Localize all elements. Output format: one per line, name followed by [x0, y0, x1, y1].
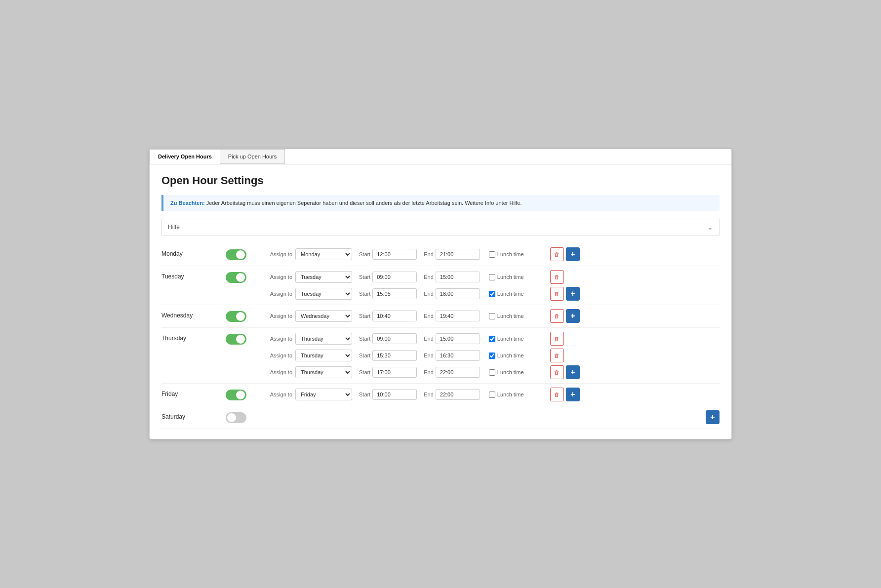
day-name-tuesday: Tuesday [161, 270, 226, 280]
toggle-saturday[interactable] [226, 412, 246, 423]
hilfe-bar[interactable]: Hilfe ⌄ [161, 219, 720, 235]
end-label: End [424, 274, 434, 280]
delete-slot-tuesday-1[interactable]: 🗑 [550, 287, 564, 301]
start-input-tuesday-1[interactable] [372, 288, 417, 299]
day-name-saturday: Saturday [161, 410, 226, 420]
notice-box: Zu Beachten: Jeder Arbeitstag muss einen… [161, 195, 720, 211]
add-slot-tuesday[interactable]: + [566, 287, 580, 301]
assign-select-friday-0[interactable]: MondayTuesdayWednesdayThursdayFridaySatu… [295, 389, 352, 400]
assign-select-wednesday-0[interactable]: MondayTuesdayWednesdayThursdayFridaySatu… [295, 310, 352, 322]
end-label: End [424, 313, 434, 319]
start-input-monday-0[interactable] [372, 249, 417, 260]
end-input-thursday-1[interactable] [436, 350, 480, 361]
slot-row: Assign toMondayTuesdayWednesdayThursdayF… [265, 388, 720, 401]
start-label: Start [359, 369, 370, 375]
assign-to-label: Assign to [265, 274, 292, 280]
end-input-tuesday-0[interactable] [436, 272, 480, 282]
slot-row: Assign toMondayTuesdayWednesdayThursdayF… [265, 332, 720, 346]
notice-prefix: Zu Beachten: [170, 200, 205, 206]
delete-slot-thursday-0[interactable]: 🗑 [550, 332, 564, 346]
day-row-thursday: ThursdayAssign toMondayTuesdayWednesdayT… [161, 328, 720, 384]
lunch-time-label: Lunch time [497, 336, 524, 342]
lunch-checkbox-wednesday-0[interactable] [489, 313, 495, 319]
add-slot-thursday[interactable]: + [566, 365, 580, 379]
start-label: Start [359, 313, 370, 319]
assign-select-tuesday-1[interactable]: MondayTuesdayWednesdayThursdayFridaySatu… [295, 288, 352, 300]
day-name-thursday: Thursday [161, 332, 226, 342]
lunch-checkbox-thursday-1[interactable] [489, 353, 495, 359]
tab-delivery-open-hours[interactable]: Delivery Open Hours [150, 149, 220, 164]
start-label: Start [359, 336, 370, 342]
notice-text: Jeder Arbeitstag muss einen eigenen Sepe… [206, 200, 522, 206]
toggle-thursday[interactable] [226, 334, 246, 345]
delete-slot-monday-0[interactable]: 🗑 [550, 247, 564, 261]
toggle-wednesday[interactable] [226, 311, 246, 322]
lunch-checkbox-thursday-2[interactable] [489, 369, 495, 376]
day-name-wednesday: Wednesday [161, 309, 226, 319]
page-title: Open Hour Settings [161, 174, 720, 187]
lunch-time-label: Lunch time [497, 313, 524, 319]
start-label: Start [359, 274, 370, 280]
end-label: End [424, 369, 434, 375]
start-label: Start [359, 251, 370, 257]
add-slot-friday[interactable]: + [566, 388, 580, 401]
slot-row: Assign toMondayTuesdayWednesdayThursdayF… [265, 287, 720, 301]
lunch-time-label: Lunch time [497, 353, 524, 358]
toggle-friday[interactable] [226, 390, 246, 400]
end-label: End [424, 336, 434, 342]
delete-slot-thursday-2[interactable]: 🗑 [550, 365, 564, 379]
delete-slot-tuesday-0[interactable]: 🗑 [550, 270, 564, 284]
end-label: End [424, 353, 434, 358]
delete-slot-thursday-1[interactable]: 🗑 [550, 349, 564, 362]
start-input-thursday-2[interactable] [372, 367, 417, 378]
slot-row: Assign toMondayTuesdayWednesdayThursdayF… [265, 365, 720, 379]
day-name-monday: Monday [161, 247, 226, 257]
start-input-wednesday-0[interactable] [372, 311, 417, 321]
start-input-tuesday-0[interactable] [372, 272, 417, 282]
delete-slot-friday-0[interactable]: 🗑 [550, 388, 564, 401]
add-slot-monday[interactable]: + [566, 247, 580, 261]
day-name-friday: Friday [161, 388, 226, 397]
start-input-thursday-0[interactable] [372, 333, 417, 344]
add-slot-saturday[interactable]: + [706, 410, 720, 424]
lunch-checkbox-tuesday-1[interactable] [489, 291, 495, 297]
end-input-tuesday-1[interactable] [436, 288, 480, 299]
end-label: End [424, 251, 434, 257]
end-label: End [424, 291, 434, 297]
lunch-checkbox-monday-0[interactable] [489, 251, 495, 258]
hilfe-label: Hilfe [168, 224, 180, 231]
lunch-time-label: Lunch time [497, 251, 524, 257]
slot-row: Assign toMondayTuesdayWednesdayThursdayF… [265, 349, 720, 362]
tab-bar: Delivery Open HoursPick up Open Hours [150, 149, 731, 164]
assign-select-thursday-0[interactable]: MondayTuesdayWednesdayThursdayFridaySatu… [295, 333, 352, 345]
end-input-friday-0[interactable] [436, 389, 480, 400]
end-input-thursday-2[interactable] [436, 367, 480, 378]
start-input-friday-0[interactable] [372, 389, 417, 400]
assign-select-monday-0[interactable]: MondayTuesdayWednesdayThursdayFridaySatu… [295, 248, 352, 260]
assign-select-thursday-2[interactable]: MondayTuesdayWednesdayThursdayFridaySatu… [295, 366, 352, 378]
start-label: Start [359, 291, 370, 297]
end-input-wednesday-0[interactable] [436, 311, 480, 321]
end-input-monday-0[interactable] [436, 249, 480, 260]
lunch-checkbox-thursday-0[interactable] [489, 336, 495, 342]
assign-select-tuesday-0[interactable]: MondayTuesdayWednesdayThursdayFridaySatu… [295, 271, 352, 283]
toggle-tuesday[interactable] [226, 272, 246, 283]
add-slot-wednesday[interactable]: + [566, 309, 580, 323]
lunch-time-label: Lunch time [497, 369, 524, 375]
start-label: Start [359, 353, 370, 358]
toggle-monday[interactable] [226, 249, 246, 260]
slot-row: Assign toMondayTuesdayWednesdayThursdayF… [265, 270, 720, 284]
day-row-monday: MondayAssign toMondayTuesdayWednesdayThu… [161, 243, 720, 266]
lunch-checkbox-friday-0[interactable] [489, 392, 495, 398]
assign-to-label: Assign to [265, 291, 292, 297]
start-input-thursday-1[interactable] [372, 350, 417, 361]
day-row-friday: FridayAssign toMondayTuesdayWednesdayThu… [161, 384, 720, 406]
tab-pick-up-open-hours[interactable]: Pick up Open Hours [220, 149, 285, 164]
end-input-thursday-0[interactable] [436, 333, 480, 344]
content-area: Open Hour Settings Zu Beachten: Jeder Ar… [150, 164, 731, 439]
chevron-down-icon: ⌄ [707, 223, 713, 231]
delete-slot-wednesday-0[interactable]: 🗑 [550, 309, 564, 323]
lunch-checkbox-tuesday-0[interactable] [489, 274, 495, 280]
assign-to-label: Assign to [265, 251, 292, 257]
assign-select-thursday-1[interactable]: MondayTuesdayWednesdayThursdayFridaySatu… [295, 350, 352, 361]
